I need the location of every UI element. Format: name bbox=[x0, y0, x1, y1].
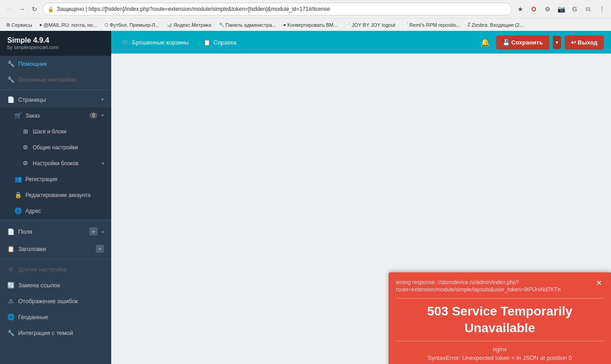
bookmark-star-button[interactable]: ★ bbox=[515, 4, 526, 15]
sidebar-item-fields[interactable]: 📄 Поля + ◂ bbox=[0, 223, 111, 240]
back-button[interactable]: ← bbox=[4, 4, 15, 15]
sidebar-item-other-settings: ⚙ Другие настройки bbox=[0, 261, 111, 277]
bookmark-zimbra[interactable]: Z Zimbra: Входящие (2... bbox=[465, 21, 527, 29]
add-field-button[interactable]: + bbox=[89, 227, 98, 236]
gear-icon: ⚙ bbox=[7, 266, 15, 273]
sidebar-sub-registration: 👥 Регистрация 🔒 Редактирование аккаунта … bbox=[0, 171, 111, 219]
gear-icon: ⚙ bbox=[22, 160, 29, 167]
sidebar-item-label: Основные настройки bbox=[18, 76, 104, 83]
wrench-icon: 🔧 bbox=[7, 60, 15, 67]
services-icon: ⊞ bbox=[6, 22, 10, 27]
bookmark-metrika[interactable]: 📊 Яндекс.Метрика bbox=[164, 21, 214, 29]
topbar-nav: 🛒 Брошенные корзины 📋 Справка bbox=[118, 36, 471, 49]
url-text: Защищено | https://[hidden]/index.php?ro… bbox=[57, 6, 330, 12]
zimbra-icon: Z bbox=[468, 22, 470, 27]
sidebar-item-basic-settings: 🔧 Основные настройки bbox=[0, 72, 111, 88]
settings-icon[interactable]: ⚙ bbox=[542, 4, 553, 15]
sidebar-item-label: Настройки блоков bbox=[33, 160, 98, 167]
nav-buttons: ← → ↻ bbox=[4, 4, 40, 15]
brand-name: Simple 4.9.4 bbox=[7, 36, 104, 44]
save-icon: 💾 bbox=[503, 39, 510, 46]
sidebar-item-edit-account[interactable]: 🔒 Редактирование аккаунта bbox=[0, 187, 111, 203]
save-label: Сохранить bbox=[511, 39, 543, 46]
bookmark-mail[interactable]: ● @MAIL.RU: почта, но... bbox=[37, 21, 100, 29]
wrench-icon: 🔧 bbox=[7, 330, 15, 336]
menu-icon[interactable]: ⋮ bbox=[596, 4, 607, 15]
bookmark-label: JOY BY JOY logout bbox=[352, 22, 395, 28]
sidebar-item-label: Геоданные bbox=[18, 314, 104, 320]
sidebar-item-block-settings[interactable]: ⚙ Настройки блоков ◂ bbox=[0, 155, 111, 171]
sidebar-item-address[interactable]: 🌐 Адрес bbox=[0, 203, 111, 219]
opera-icon[interactable]: O bbox=[528, 4, 539, 15]
lock-icon: 🔒 bbox=[48, 6, 54, 12]
bookmark-label: Панель администра... bbox=[226, 22, 276, 28]
sidebar-item-label: Замена ссылок bbox=[18, 282, 104, 289]
sidebar-item-label: Шаги и блоки bbox=[33, 128, 104, 135]
bookmark-label: Конвертировать BM... bbox=[287, 22, 338, 28]
error-title: 503 Service Temporarily Unavailable bbox=[396, 303, 604, 336]
list-icon: 📋 bbox=[7, 246, 15, 252]
sidebar-item-order[interactable]: 🛒 Заказ 0 ▾ bbox=[0, 108, 111, 123]
bookmark-label: Сервисы bbox=[11, 22, 32, 28]
gear-icon: ⚙ bbox=[22, 144, 29, 151]
save-dropdown-button[interactable]: ▾ bbox=[553, 36, 561, 49]
bookmark-joy[interactable]: 📄 JOY BY JOY logout bbox=[342, 21, 398, 29]
topbar: 🛒 Брошенные корзины 📋 Справка 🔔 💾 Сохран… bbox=[111, 31, 611, 54]
refresh-button[interactable]: ↻ bbox=[29, 4, 40, 15]
sidebar-item-pages[interactable]: 📄 Страницы ▾ bbox=[0, 92, 111, 108]
sidebar-menu: 🔧 Помощник 🔧 Основные настройки 📄 Страни… bbox=[0, 56, 111, 364]
sidebar-item-label: Поля bbox=[18, 228, 86, 235]
football-icon: ⬡ bbox=[104, 22, 108, 27]
sidebar-item-replace-links[interactable]: 🔄 Замена ссылок bbox=[0, 277, 111, 293]
translate-icon[interactable]: G bbox=[569, 4, 580, 15]
convert-icon: ● bbox=[283, 22, 286, 27]
brand: Simple 4.9.4 by simpleopencart.com bbox=[0, 31, 111, 56]
sidebar-item-geodata[interactable]: 🌐 Геоданные bbox=[0, 309, 111, 325]
bookmark-football[interactable]: ⬡ Футбол. Премьер-Л... bbox=[102, 21, 162, 29]
counter-icon[interactable]: 01 bbox=[583, 4, 594, 15]
topbar-actions: 🔔 💾 Сохранить ▾ ↩ Выход bbox=[478, 35, 604, 49]
save-button[interactable]: 💾 Сохранить bbox=[496, 35, 549, 49]
bookmark-remi[interactable]: 📄 Remi's RPM reposito... bbox=[400, 21, 463, 29]
address-bar[interactable]: 🔒 Защищено | https://[hidden]/index.php?… bbox=[43, 3, 512, 15]
sidebar-item-steps-blocks[interactable]: ⊞ Шаги и блоки bbox=[0, 123, 111, 139]
sidebar-item-headers[interactable]: 📋 Заголовки + bbox=[0, 240, 111, 257]
bookmark-convert[interactable]: ● Конвертировать BM... bbox=[281, 21, 340, 29]
error-divider-2 bbox=[396, 341, 604, 341]
lock-icon: 🔒 bbox=[15, 192, 22, 198]
sidebar-item-label: Общие настройки bbox=[33, 144, 104, 151]
sidebar: Simple 4.9.4 by simpleopencart.com 🔧 Пом… bbox=[0, 31, 111, 364]
sidebar-item-label: Адрес bbox=[25, 208, 104, 214]
screenshot-icon[interactable]: 📷 bbox=[556, 4, 567, 15]
error-close-button[interactable]: ✕ bbox=[594, 279, 604, 287]
sidebar-item-show-errors[interactable]: ⚠ Отображение ошибок bbox=[0, 293, 111, 309]
chevron-down-icon: ▾ bbox=[101, 97, 104, 103]
main-content: 🛒 Брошенные корзины 📋 Справка 🔔 💾 Сохран… bbox=[111, 31, 611, 364]
bookmark-services[interactable]: ⊞ Сервисы bbox=[4, 21, 35, 29]
sidebar-item-label: Страницы bbox=[18, 96, 98, 103]
sidebar-item-general-settings[interactable]: ⚙ Общие настройки bbox=[0, 139, 111, 155]
sidebar-item-label: Заголовки bbox=[18, 246, 92, 252]
exit-button[interactable]: ↩ Выход bbox=[565, 35, 604, 49]
bell-button[interactable]: 🔔 bbox=[478, 35, 493, 49]
sidebar-item-theme-integration[interactable]: 🔧 Интеграция с темой bbox=[0, 325, 111, 341]
cart-nav-item[interactable]: 🛒 Брошенные корзины bbox=[118, 36, 192, 49]
sidebar-sub-order: 🛒 Заказ 0 ▾ ⊞ Шаги и блоки ⚙ Общие настр… bbox=[0, 108, 111, 171]
bookmark-label: Remi's RPM reposito... bbox=[409, 22, 460, 28]
refresh-icon: 🔄 bbox=[7, 282, 15, 289]
sidebar-item-helper[interactable]: 🔧 Помощник bbox=[0, 56, 111, 72]
bookmark-label: Футбол. Премьер-Л... bbox=[110, 22, 159, 28]
forward-button[interactable]: → bbox=[16, 4, 27, 15]
cart-icon: 🛒 bbox=[15, 112, 22, 119]
chevron-down-icon: ▾ bbox=[101, 113, 104, 118]
sidebar-item-registration[interactable]: 👥 Регистрация bbox=[0, 171, 111, 187]
sidebar-item-label: Другие настройки bbox=[18, 266, 104, 273]
users-icon: 👥 bbox=[15, 176, 22, 182]
bookmark-panel[interactable]: 🔧 Панель администра... bbox=[216, 21, 279, 29]
panel-icon: 🔧 bbox=[219, 22, 224, 27]
help-nav-item[interactable]: 📋 Справка bbox=[200, 36, 240, 49]
add-header-button[interactable]: + bbox=[96, 245, 104, 253]
bookmarks-bar: ⊞ Сервисы ● @MAIL.RU: почта, но... ⬡ Фут… bbox=[0, 18, 611, 31]
globe-icon: 🌐 bbox=[15, 207, 22, 214]
document-icon: 📄 bbox=[7, 228, 15, 235]
